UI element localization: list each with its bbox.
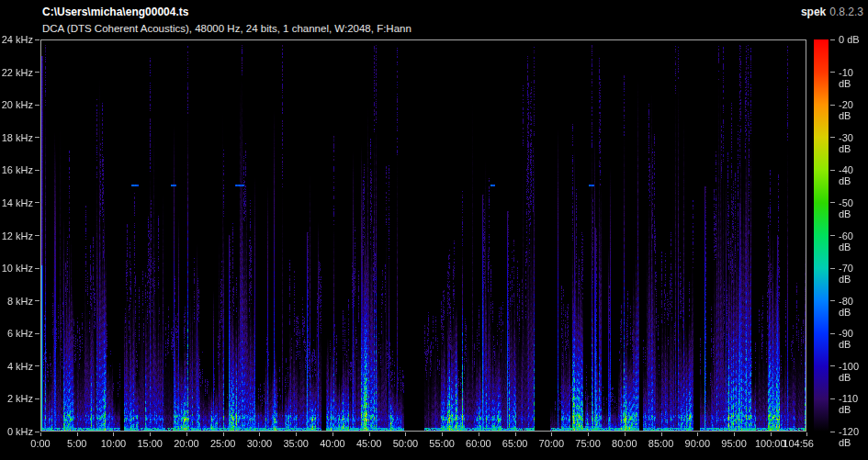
freq-tick: [35, 333, 39, 334]
time-tick-label: 104:56: [766, 438, 814, 449]
db-tick: [830, 398, 835, 399]
freq-tick-label: 2 kHz: [0, 393, 33, 404]
app-brand: spek0.8.2.3: [801, 6, 863, 18]
time-tick-label: 25:00: [199, 438, 247, 449]
time-tick-label: 95:00: [710, 438, 758, 449]
freq-tick-label: 6 kHz: [0, 328, 33, 339]
db-tick-label: -70 dB: [839, 263, 868, 285]
db-tick-label: 0 dB: [839, 34, 860, 45]
db-tick-label: -50 dB: [839, 197, 868, 219]
stream-info-subtitle: DCA (DTS Coherent Acoustics), 48000 Hz, …: [42, 23, 411, 34]
time-tick: [661, 432, 662, 436]
time-tick: [296, 432, 297, 436]
db-tick-label: -60 dB: [839, 230, 868, 252]
freq-tick-label: 12 kHz: [0, 230, 33, 241]
time-tick-label: 65:00: [491, 438, 539, 449]
db-tick-label: -30 dB: [839, 132, 868, 154]
time-tick-label: 90:00: [673, 438, 721, 449]
db-tick-label: -110 dB: [839, 393, 868, 415]
freq-tick-label: 18 kHz: [0, 132, 33, 143]
db-tick: [830, 268, 835, 269]
time-tick-label: 45:00: [345, 438, 393, 449]
db-tick-label: -90 dB: [839, 328, 868, 350]
freq-tick-label: 16 kHz: [0, 164, 33, 175]
db-tick-label: -20 dB: [839, 99, 868, 121]
time-tick-label: 80:00: [601, 438, 648, 449]
time-tick-label: 35:00: [272, 438, 320, 449]
time-tick-label: 60:00: [455, 438, 502, 449]
time-tick: [333, 432, 333, 436]
app-name: spek: [801, 6, 826, 18]
time-tick: [515, 432, 516, 436]
time-tick-label: 85:00: [637, 438, 685, 449]
time-tick-label: 0:00: [17, 438, 64, 449]
freq-tick: [35, 268, 39, 269]
db-tick: [830, 170, 835, 171]
freq-tick: [35, 170, 39, 171]
app-version: 0.8.2.3: [829, 6, 863, 18]
freq-tick: [35, 72, 39, 73]
time-tick: [369, 432, 370, 436]
time-tick: [551, 432, 552, 436]
db-tick-label: -80 dB: [839, 296, 868, 318]
db-tick: [830, 365, 835, 366]
time-tick: [40, 432, 41, 436]
freq-tick: [35, 365, 39, 366]
db-tick: [830, 137, 835, 138]
db-tick-label: -120 dB: [839, 426, 868, 448]
freq-tick: [35, 235, 39, 236]
time-tick-label: 100:00: [747, 438, 795, 449]
time-tick-label: 55:00: [418, 438, 466, 449]
time-tick-label: 75:00: [564, 438, 612, 449]
db-tick: [830, 72, 835, 73]
freq-tick: [35, 300, 39, 301]
time-tick-label: 30:00: [235, 438, 283, 449]
time-tick-label: 40:00: [309, 438, 356, 449]
time-tick: [625, 432, 626, 436]
time-tick: [150, 432, 151, 436]
time-tick: [442, 432, 443, 436]
time-tick-label: 5:00: [53, 438, 101, 449]
freq-tick-label: 22 kHz: [0, 67, 33, 78]
db-tick-label: -40 dB: [839, 164, 868, 186]
time-tick: [697, 432, 698, 436]
freq-tick: [35, 398, 39, 399]
time-tick: [734, 432, 735, 436]
db-tick: [830, 39, 835, 40]
time-tick: [223, 432, 224, 436]
time-tick: [186, 432, 187, 436]
time-tick: [588, 432, 589, 436]
time-tick: [77, 432, 78, 436]
time-tick-label: 20:00: [163, 438, 210, 449]
db-gradient-bar: [814, 39, 829, 432]
freq-tick-label: 8 kHz: [0, 296, 33, 307]
time-tick: [259, 432, 260, 436]
freq-tick-label: 10 kHz: [0, 263, 33, 274]
freq-tick-label: 20 kHz: [0, 99, 33, 110]
db-tick: [830, 432, 835, 432]
spek-window: C:\Users\micha\eng00004.ts DCA (DTS Cohe…: [0, 0, 868, 460]
db-tick-label: -10 dB: [839, 67, 868, 89]
freq-tick: [35, 105, 39, 106]
db-tick: [830, 300, 835, 301]
freq-tick-label: 14 kHz: [0, 197, 33, 208]
time-tick-label: 70:00: [527, 438, 575, 449]
time-tick-label: 50:00: [381, 438, 429, 449]
db-tick: [830, 105, 835, 106]
time-tick: [479, 432, 479, 436]
freq-tick: [35, 39, 39, 40]
freq-tick: [35, 202, 39, 203]
time-tick-label: 10:00: [89, 438, 137, 449]
db-tick-label: -100 dB: [839, 361, 868, 383]
time-tick: [405, 432, 406, 436]
db-tick: [830, 202, 835, 203]
freq-tick: [35, 432, 39, 432]
file-path-title: C:\Users\micha\eng00004.ts: [42, 6, 188, 18]
spectrogram-canvas: [41, 40, 806, 431]
time-tick-label: 15:00: [126, 438, 174, 449]
time-tick: [113, 432, 114, 436]
freq-tick-label: 0 kHz: [0, 426, 33, 437]
db-tick: [830, 333, 835, 334]
freq-tick: [35, 137, 39, 138]
freq-tick-label: 24 kHz: [0, 34, 33, 45]
